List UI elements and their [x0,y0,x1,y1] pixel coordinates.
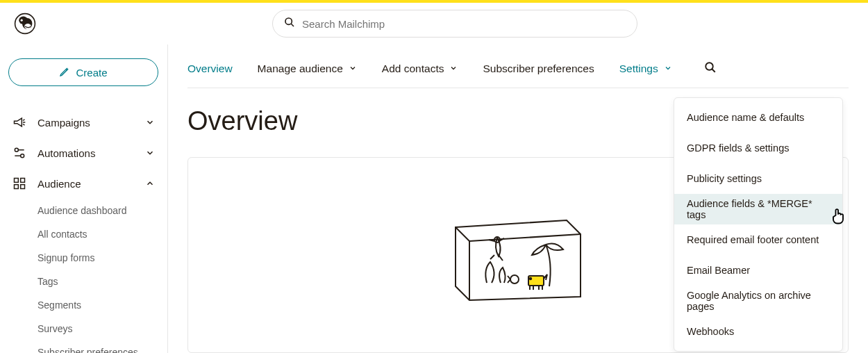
sidebar: Create Campaigns Automations Audie [0,44,168,353]
dropdown-label: Audience name & defaults [687,112,804,123]
tab-bar: Overview Manage audience Add contacts Su… [187,61,849,88]
sub-item-label: Subscriber preferences [37,347,138,353]
dropdown-item-publicity[interactable]: Publicity settings [674,163,842,194]
dropdown-label: Google Analytics on archive pages [687,290,830,312]
sub-item-label: Tags [37,276,58,287]
top-header [0,3,868,44]
dropdown-item-footer-content[interactable]: Required email footer content [674,224,842,255]
sub-item-label: All contacts [37,229,87,240]
mailchimp-logo-icon[interactable] [14,13,36,35]
svg-rect-13 [21,185,25,189]
settings-dropdown: Audience name & defaults GDPR fields & s… [674,97,843,352]
sidebar-sub-all-contacts[interactable]: All contacts [37,222,159,246]
sidebar-sub-subscriber-preferences[interactable]: Subscriber preferences [37,340,159,353]
sidebar-sub-signup-forms[interactable]: Signup forms [37,246,159,270]
svg-rect-12 [15,185,19,189]
svg-line-6 [291,24,294,26]
dropdown-item-email-beamer[interactable]: Email Beamer [674,255,842,286]
pencil-icon [59,66,76,79]
dropdown-label: Required email footer content [687,234,819,245]
dropdown-item-merge-tags[interactable]: Audience fields & *MERGE* tags [674,194,842,224]
svg-point-5 [285,18,292,24]
svg-line-16 [456,227,469,241]
tab-add-contacts[interactable]: Add contacts [382,63,458,75]
dropdown-label: GDPR fields & settings [687,142,789,154]
sidebar-sub-tags[interactable]: Tags [37,270,159,293]
tab-label: Overview [187,63,233,75]
sidebar-sub-audience-dashboard[interactable]: Audience dashboard [37,199,159,222]
cursor-hand-icon [828,206,848,226]
svg-rect-11 [21,179,25,183]
sidebar-item-audience[interactable]: Audience [8,168,159,199]
main-content: Overview Manage audience Add contacts Su… [168,44,868,353]
sidebar-sub-segments[interactable]: Segments [37,293,159,317]
sidebar-sub-surveys[interactable]: Surveys [37,317,159,340]
dropdown-item-gdpr[interactable]: GDPR fields & settings [674,133,842,163]
sub-item-label: Audience dashboard [37,205,126,216]
chevron-down-icon [349,63,357,75]
sub-item-label: Surveys [37,323,73,334]
sidebar-item-label: Automations [37,147,145,159]
tab-search-icon[interactable] [704,61,717,76]
svg-point-14 [706,63,713,70]
search-input[interactable] [302,18,626,30]
svg-line-7 [66,69,67,69]
tab-manage-audience[interactable]: Manage audience [258,63,357,75]
sidebar-item-label: Audience [37,178,145,190]
dropdown-item-audience-name[interactable]: Audience name & defaults [674,102,842,133]
aquarium-illustration-icon [449,206,587,304]
tab-subscriber-preferences[interactable]: Subscriber preferences [483,63,594,75]
sidebar-item-automations[interactable]: Automations [8,138,159,168]
tab-overview[interactable]: Overview [187,63,233,75]
svg-line-15 [712,69,715,72]
search-box[interactable] [272,10,637,38]
sub-item-label: Signup forms [37,252,94,263]
dropdown-item-google-analytics[interactable]: Google Analytics on archive pages [674,286,842,316]
dropdown-label: Audience fields & *MERGE* tags [687,198,830,220]
chevron-down-icon [145,148,155,158]
sidebar-item-label: Campaigns [37,117,145,129]
search-icon [284,17,295,31]
create-label: Create [76,67,107,79]
svg-rect-10 [15,179,19,183]
automations-icon [12,146,26,160]
svg-line-18 [469,234,581,241]
svg-point-2 [21,19,23,22]
svg-point-8 [15,148,18,151]
dropdown-label: Email Beamer [687,265,750,276]
svg-point-9 [21,154,24,158]
chevron-down-icon [664,63,672,75]
create-button[interactable]: Create [8,58,158,86]
tab-label: Subscriber preferences [483,63,594,75]
tab-settings[interactable]: Settings [619,63,672,75]
svg-point-26 [530,278,531,279]
tab-label: Manage audience [258,63,343,75]
chevron-down-icon [145,117,155,127]
chevron-up-icon [145,179,155,188]
audience-icon [12,176,26,190]
dropdown-label: Webhooks [687,326,734,337]
sidebar-item-campaigns[interactable]: Campaigns [8,107,159,138]
dropdown-item-webhooks[interactable]: Webhooks [674,316,842,347]
chevron-down-icon [449,63,458,75]
tab-label: Add contacts [382,63,444,75]
sub-item-label: Segments [37,299,81,311]
dropdown-label: Publicity settings [687,173,762,184]
tab-label: Settings [619,63,658,75]
megaphone-icon [12,115,26,129]
svg-point-19 [510,275,519,284]
audience-subitems: Audience dashboard All contacts Signup f… [8,199,159,353]
